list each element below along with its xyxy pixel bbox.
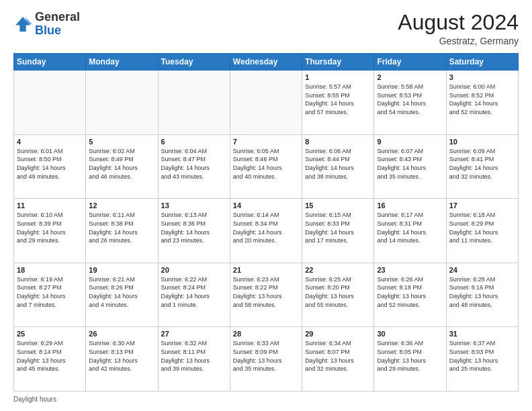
footer: Daylight hours	[13, 396, 519, 403]
calendar-week-5: 25Sunrise: 6:29 AM Sunset: 8:14 PM Dayli…	[14, 327, 519, 392]
day-number: 10	[449, 138, 515, 146]
calendar-cell: 12Sunrise: 6:11 AM Sunset: 8:38 PM Dayli…	[86, 199, 158, 263]
day-number: 3	[449, 73, 515, 81]
location: Gestratz, Germany	[398, 36, 519, 46]
day-number: 26	[89, 330, 154, 338]
day-number: 15	[305, 201, 371, 210]
logo-blue: Blue	[35, 24, 61, 37]
day-info: Sunrise: 6:04 AM Sunset: 8:47 PM Dayligh…	[161, 147, 227, 181]
calendar-week-1: 1Sunrise: 5:57 AM Sunset: 8:55 PM Daylig…	[14, 71, 519, 135]
calendar-cell: 27Sunrise: 6:32 AM Sunset: 8:11 PM Dayli…	[158, 327, 230, 392]
logo-general: General	[35, 10, 80, 24]
day-number: 13	[161, 201, 227, 210]
calendar-cell: 31Sunrise: 6:37 AM Sunset: 8:03 PM Dayli…	[446, 327, 518, 392]
title-block: August 2024 Gestratz, Germany	[398, 11, 519, 46]
calendar-cell: 18Sunrise: 6:19 AM Sunset: 8:27 PM Dayli…	[14, 263, 86, 327]
day-number: 9	[377, 138, 443, 146]
day-number: 29	[305, 330, 371, 338]
day-number: 20	[161, 266, 227, 274]
calendar-cell	[86, 71, 158, 135]
day-info: Sunrise: 6:22 AM Sunset: 8:24 PM Dayligh…	[161, 275, 227, 309]
day-number: 11	[17, 201, 83, 210]
calendar-cell: 26Sunrise: 6:30 AM Sunset: 8:13 PM Dayli…	[86, 327, 158, 392]
day-info: Sunrise: 6:26 AM Sunset: 8:18 PM Dayligh…	[377, 275, 443, 309]
day-info: Sunrise: 6:32 AM Sunset: 8:11 PM Dayligh…	[161, 339, 227, 373]
day-info: Sunrise: 6:21 AM Sunset: 8:26 PM Dayligh…	[89, 275, 154, 309]
calendar-cell	[230, 71, 302, 135]
col-tuesday: Tuesday	[158, 54, 230, 71]
day-info: Sunrise: 6:07 AM Sunset: 8:43 PM Dayligh…	[377, 147, 443, 181]
day-number: 7	[233, 138, 299, 146]
day-number: 16	[377, 201, 443, 210]
daylight-label: Daylight hours	[13, 396, 56, 403]
month-year: August 2024	[398, 11, 519, 34]
day-info: Sunrise: 6:34 AM Sunset: 8:07 PM Dayligh…	[305, 339, 371, 373]
day-info: Sunrise: 6:19 AM Sunset: 8:27 PM Dayligh…	[17, 275, 83, 309]
calendar-cell: 15Sunrise: 6:15 AM Sunset: 8:33 PM Dayli…	[302, 199, 374, 263]
calendar-cell: 14Sunrise: 6:14 AM Sunset: 8:34 PM Dayli…	[230, 199, 302, 263]
calendar-cell: 5Sunrise: 6:02 AM Sunset: 8:49 PM Daylig…	[86, 134, 158, 199]
calendar-cell: 10Sunrise: 6:09 AM Sunset: 8:41 PM Dayli…	[446, 134, 518, 199]
calendar-cell: 21Sunrise: 6:23 AM Sunset: 8:22 PM Dayli…	[230, 263, 302, 327]
day-info: Sunrise: 6:10 AM Sunset: 8:39 PM Dayligh…	[17, 211, 83, 244]
day-info: Sunrise: 6:15 AM Sunset: 8:33 PM Dayligh…	[305, 211, 371, 244]
day-info: Sunrise: 6:13 AM Sunset: 8:36 PM Dayligh…	[161, 211, 227, 244]
calendar-cell: 8Sunrise: 6:06 AM Sunset: 8:44 PM Daylig…	[302, 134, 374, 199]
day-number: 12	[89, 201, 154, 210]
day-number: 8	[305, 138, 371, 146]
day-number: 31	[449, 330, 515, 338]
day-info: Sunrise: 6:17 AM Sunset: 8:31 PM Dayligh…	[377, 211, 443, 244]
day-info: Sunrise: 6:06 AM Sunset: 8:44 PM Dayligh…	[305, 147, 371, 181]
day-number: 6	[161, 138, 227, 146]
page: General Blue August 2024 Gestratz, Germa…	[0, 0, 532, 411]
day-number: 22	[305, 266, 371, 274]
day-info: Sunrise: 6:05 AM Sunset: 8:46 PM Dayligh…	[233, 147, 299, 181]
day-info: Sunrise: 6:01 AM Sunset: 8:50 PM Dayligh…	[17, 147, 83, 181]
calendar-cell: 1Sunrise: 5:57 AM Sunset: 8:55 PM Daylig…	[302, 71, 374, 135]
calendar-week-3: 11Sunrise: 6:10 AM Sunset: 8:39 PM Dayli…	[14, 199, 519, 263]
day-info: Sunrise: 6:09 AM Sunset: 8:41 PM Dayligh…	[449, 147, 515, 181]
day-number: 2	[377, 73, 443, 81]
day-number: 18	[17, 266, 83, 274]
calendar-cell: 13Sunrise: 6:13 AM Sunset: 8:36 PM Dayli…	[158, 199, 230, 263]
calendar-cell: 16Sunrise: 6:17 AM Sunset: 8:31 PM Dayli…	[374, 199, 446, 263]
calendar-cell: 23Sunrise: 6:26 AM Sunset: 8:18 PM Dayli…	[374, 263, 446, 327]
calendar-cell: 9Sunrise: 6:07 AM Sunset: 8:43 PM Daylig…	[374, 134, 446, 199]
day-info: Sunrise: 6:30 AM Sunset: 8:13 PM Dayligh…	[89, 339, 154, 373]
day-number: 30	[377, 330, 443, 338]
calendar-table: Sunday Monday Tuesday Wednesday Thursday…	[13, 53, 519, 392]
day-info: Sunrise: 5:58 AM Sunset: 8:53 PM Dayligh…	[377, 83, 443, 116]
col-thursday: Thursday	[302, 54, 374, 71]
day-info: Sunrise: 6:00 AM Sunset: 8:52 PM Dayligh…	[449, 83, 515, 116]
day-number: 19	[89, 266, 154, 274]
day-number: 23	[377, 266, 443, 274]
day-info: Sunrise: 6:11 AM Sunset: 8:38 PM Dayligh…	[89, 211, 154, 244]
day-number: 25	[17, 330, 83, 338]
header: General Blue August 2024 Gestratz, Germa…	[13, 11, 519, 46]
day-info: Sunrise: 6:36 AM Sunset: 8:05 PM Dayligh…	[377, 339, 443, 373]
col-wednesday: Wednesday	[230, 54, 302, 71]
calendar-cell	[158, 71, 230, 135]
col-sunday: Sunday	[14, 54, 86, 71]
calendar-cell: 6Sunrise: 6:04 AM Sunset: 8:47 PM Daylig…	[158, 134, 230, 199]
day-number: 1	[305, 73, 371, 81]
day-info: Sunrise: 6:28 AM Sunset: 8:16 PM Dayligh…	[449, 275, 515, 309]
calendar-week-2: 4Sunrise: 6:01 AM Sunset: 8:50 PM Daylig…	[14, 134, 519, 199]
calendar-cell: 29Sunrise: 6:34 AM Sunset: 8:07 PM Dayli…	[302, 327, 374, 392]
day-number: 27	[161, 330, 227, 338]
day-number: 28	[233, 330, 299, 338]
calendar-cell: 2Sunrise: 5:58 AM Sunset: 8:53 PM Daylig…	[374, 71, 446, 135]
calendar-cell: 3Sunrise: 6:00 AM Sunset: 8:52 PM Daylig…	[446, 71, 518, 135]
day-info: Sunrise: 6:37 AM Sunset: 8:03 PM Dayligh…	[449, 339, 515, 373]
calendar-week-4: 18Sunrise: 6:19 AM Sunset: 8:27 PM Dayli…	[14, 263, 519, 327]
day-number: 4	[17, 138, 83, 146]
calendar-cell: 30Sunrise: 6:36 AM Sunset: 8:05 PM Dayli…	[374, 327, 446, 392]
calendar-cell: 19Sunrise: 6:21 AM Sunset: 8:26 PM Dayli…	[86, 263, 158, 327]
calendar-cell: 28Sunrise: 6:33 AM Sunset: 8:09 PM Dayli…	[230, 327, 302, 392]
calendar-cell: 7Sunrise: 6:05 AM Sunset: 8:46 PM Daylig…	[230, 134, 302, 199]
col-monday: Monday	[86, 54, 158, 71]
day-number: 24	[449, 266, 515, 274]
day-number: 17	[449, 201, 515, 210]
calendar-header-row: Sunday Monday Tuesday Wednesday Thursday…	[14, 54, 519, 71]
calendar-cell: 11Sunrise: 6:10 AM Sunset: 8:39 PM Dayli…	[14, 199, 86, 263]
